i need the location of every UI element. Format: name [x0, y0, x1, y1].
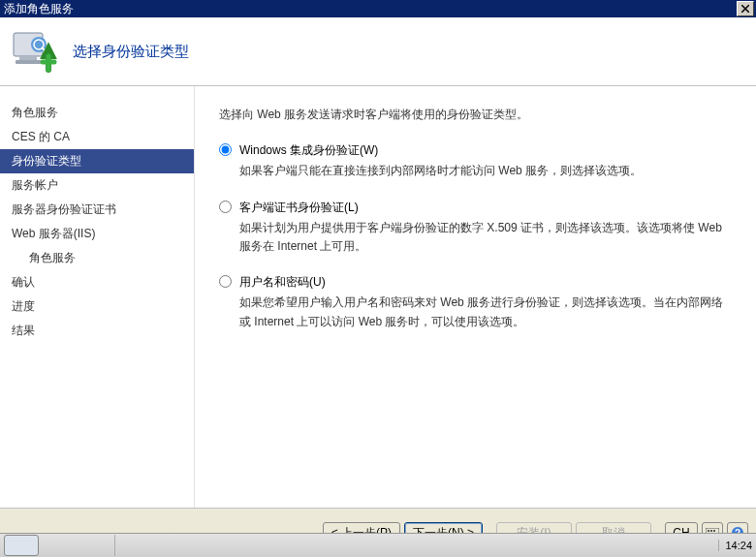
close-icon [741, 5, 749, 13]
sidebar-step[interactable]: 进度 [0, 294, 194, 319]
close-button[interactable] [737, 1, 754, 16]
sidebar-step[interactable]: 服务器身份验证证书 [0, 198, 194, 222]
sidebar-step[interactable]: CES 的 CA [0, 125, 194, 149]
auth-radio[interactable] [219, 201, 232, 213]
content-pane: 选择向 Web 服务发送请求时客户端将使用的身份验证类型。 Windows 集成… [195, 86, 756, 508]
auth-radio[interactable] [219, 143, 232, 156]
auth-radio[interactable] [219, 275, 232, 288]
content-prompt: 选择向 Web 服务发送请求时客户端将使用的身份验证类型。 [219, 106, 732, 124]
titlebar: 添加角色服务 [0, 0, 756, 17]
auth-option-label: Windows 集成身份验证(W) [239, 141, 378, 160]
window-title: 添加角色服务 [4, 1, 737, 17]
page-title: 选择身份验证类型 [73, 43, 189, 61]
start-button[interactable] [4, 535, 39, 556]
svg-rect-2 [16, 60, 41, 64]
auth-option: 客户端证书身份验证(L)如果计划为用户提供用于客户端身份验证的数字 X.509 … [219, 199, 732, 257]
ql-item[interactable] [89, 535, 110, 556]
sidebar-step[interactable]: 确认 [0, 270, 194, 294]
ql-item[interactable] [66, 535, 87, 556]
auth-option-label: 用户名和密码(U) [239, 273, 326, 292]
auth-option-label: 客户端证书身份验证(L) [239, 199, 359, 217]
auth-option: 用户名和密码(U)如果您希望用户输入用户名和密码来对 Web 服务进行身份验证，… [219, 273, 732, 331]
svg-rect-7 [708, 530, 709, 532]
svg-rect-8 [710, 530, 712, 532]
svg-rect-1 [19, 56, 37, 60]
page-header: 选择身份验证类型 [0, 17, 756, 86]
taskbar: 14:24 [0, 533, 756, 557]
system-tray: 14:24 [718, 540, 752, 551]
sidebar-step[interactable]: 身份验证类型 [0, 149, 194, 173]
auth-option-desc: 如果您希望用户输入用户名和密码来对 Web 服务进行身份验证，则选择该选项。当在… [239, 294, 732, 330]
sidebar-step[interactable]: 服务帐户 [0, 173, 194, 198]
auth-option-desc: 如果客户端只能在直接连接到内部网络时才能访问 Web 服务，则选择该选项。 [239, 162, 732, 180]
ql-item[interactable] [43, 535, 64, 556]
quick-launch [43, 535, 115, 556]
sidebar-step[interactable]: Web 服务器(IIS) [0, 222, 194, 246]
clock: 14:24 [725, 540, 752, 551]
wizard-icon [10, 27, 58, 76]
auth-option-desc: 如果计划为用户提供用于客户端身份验证的数字 X.509 证书，则选择该选项。该选… [239, 219, 732, 256]
svg-rect-9 [713, 530, 715, 532]
wizard-steps-sidebar: 角色服务CES 的 CA身份验证类型服务帐户服务器身份验证证书Web 服务器(I… [0, 86, 195, 508]
sidebar-step[interactable]: 角色服务 [0, 246, 194, 270]
sidebar-step[interactable]: 角色服务 [0, 101, 194, 125]
auth-option: Windows 集成身份验证(W)如果客户端只能在直接连接到内部网络时才能访问 … [219, 141, 732, 180]
sidebar-step[interactable]: 结果 [0, 319, 194, 343]
